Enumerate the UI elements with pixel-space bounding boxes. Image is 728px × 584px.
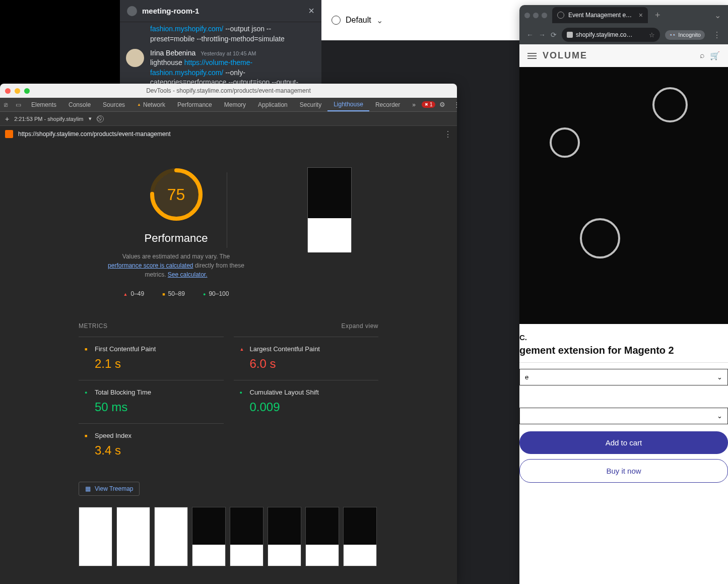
theme-dropdown[interactable]: Default [346,16,371,25]
chevron-down-icon: ⌄ [376,16,383,25]
traffic-lights[interactable] [524,13,547,18]
chrome-toolbar: ← → ⟳ shopify.staylime.co… ☆ 👓 Incognito… [519,25,728,44]
chat-text-frag: lighthouse [150,58,184,67]
timestamp: Yesterday at 10:45 AM [201,50,256,56]
incognito-label: Incognito [678,32,701,38]
add-report-icon[interactable]: + [5,115,9,123]
filmstrip-frame[interactable] [192,507,226,566]
forward-icon[interactable]: → [539,31,546,39]
report-url-bar: https://shopify.staylime.com/products/ev… [0,126,457,142]
filmstrip-frame[interactable] [305,507,339,566]
metric-fcp[interactable]: First Contentful Paint 2.1 s [79,337,224,380]
page-icon [557,12,564,19]
chat-header: meeting-room-1 × [120,0,321,22]
globe-icon [332,16,341,25]
error-badge[interactable]: 1 [422,101,436,108]
chat-message: fashion.myshopify.com/ --output json --p… [150,24,312,44]
site-logo[interactable]: VOLUME [543,50,587,61]
filmstrip [79,507,457,566]
performance-gauge[interactable]: 75 [149,167,204,222]
filmstrip-frame[interactable] [268,507,301,566]
metric-lcp[interactable]: Largest Contentful Paint 6.0 s [234,337,379,380]
tab-network[interactable]: Network [131,98,171,111]
score-calc-link[interactable]: performance score is calculated [108,262,193,269]
bookmark-icon[interactable]: ☆ [649,31,655,39]
chat-room-name[interactable]: meeting-room-1 [142,7,199,15]
expand-view-toggle[interactable]: Expand view [341,322,378,330]
close-dot[interactable] [524,13,530,18]
clear-icon[interactable]: ⃠ [97,115,104,122]
max-dot[interactable] [542,13,547,18]
lighthouse-icon [5,130,13,138]
product-vendor: C. [519,333,728,342]
reload-icon[interactable]: ⟳ [551,31,557,39]
page-preview-thumbnail[interactable] [307,167,352,252]
legend-fail: 0–49 [123,290,145,297]
tab-performance[interactable]: Performance [171,98,218,111]
filmstrip-frame[interactable] [116,507,150,566]
tab-lighthouse[interactable]: Lighthouse [327,98,369,111]
disclaimer: Values are estimated and may vary. The p… [106,252,247,279]
chat-link[interactable]: fashion.myshopify.com/ [150,25,223,33]
add-to-cart-button[interactable]: Add to cart [519,431,728,454]
edition-select[interactable]: e ⌄ [519,369,728,385]
tab-elements[interactable]: Elements [25,98,62,111]
avatar[interactable] [126,49,144,67]
tab-recorder[interactable]: Recorder [369,98,406,111]
subscription-select[interactable]: ⌄ [519,408,728,424]
lighthouse-subbar: + 2:21:53 PM - shopify.staylim ▾ ⃠ [0,112,457,126]
speech-bubble-icon [127,6,137,16]
metric-cls[interactable]: Cumulative Layout Shift 0.009 [234,380,379,423]
tab-security[interactable]: Security [294,98,327,111]
chat-panel: meeting-room-1 × fashion.myshopify.com/ … [120,0,321,85]
performance-label: Performance [145,232,208,245]
metrics-heading: METRICS [79,322,108,330]
min-dot[interactable] [533,13,539,18]
chrome-window: Event Management extensio… × + ⌄ ← → ⟳ s… [519,5,728,584]
message-header: Irina Bebenina Yesterday at 10:45 AM [150,49,312,57]
tab-console[interactable]: Console [62,98,97,111]
chevron-down-icon[interactable]: ▾ [89,115,92,122]
report-url: https://shopify.staylime.com/products/ev… [18,131,439,138]
new-tab-button[interactable]: + [655,10,660,21]
lock-icon[interactable] [567,32,573,38]
calculator-link[interactable]: See calculator. [168,271,208,278]
report-menu-icon[interactable]: ⋮ [444,129,452,139]
close-tab-icon[interactable]: × [639,11,643,19]
metric-tbt[interactable]: Total Blocking Time 50 ms [79,380,224,423]
tab-memory[interactable]: Memory [218,98,252,111]
report-timestamp[interactable]: 2:21:53 PM - shopify.staylim [14,116,83,122]
incognito-badge[interactable]: 👓 Incognito [665,30,705,40]
url-bar[interactable]: shopify.staylime.co… ☆ [562,28,660,42]
buy-now-button[interactable]: Buy it now [519,459,728,483]
cart-icon[interactable]: 🛒 [710,51,720,60]
inspect-icon[interactable]: ⎚ [0,98,12,111]
filmstrip-frame[interactable] [79,507,112,566]
product-title: gement extension for Magento 2 [519,345,728,356]
metric-si[interactable]: Speed Index 3.4 s [79,423,224,467]
filmstrip-frame[interactable] [343,507,377,566]
filmstrip-frame[interactable] [230,507,263,566]
legend-avg: 50–89 [162,290,185,297]
view-treemap-button[interactable]: View Treemap [79,482,140,496]
menu-icon[interactable] [527,53,537,59]
tab-application[interactable]: Application [252,98,294,111]
window-titlebar[interactable]: DevTools - shopify.staylime.com/products… [0,84,457,98]
device-icon[interactable]: ▭ [12,98,25,111]
kebab-icon[interactable]: ⋮ [449,101,457,108]
devtools-tabs: ⎚ ▭ Elements Console Sources Network Per… [0,98,457,112]
close-icon[interactable]: × [308,5,314,17]
tab-overflow-icon[interactable]: ⌄ [712,10,723,21]
back-icon[interactable]: ← [526,31,534,39]
more-tabs-icon[interactable]: » [406,98,422,111]
author-name[interactable]: Irina Bebenina [150,49,195,57]
browser-menu-icon[interactable]: ⋮ [713,30,721,40]
search-icon[interactable]: ⌕ [700,51,705,60]
performance-score: 75 [149,167,204,222]
chevron-down-icon: ⌄ [717,373,722,381]
tab-sources[interactable]: Sources [97,98,131,111]
gear-icon[interactable]: ⚙ [435,101,449,108]
product-hero-image [519,67,728,324]
browser-tab[interactable]: Event Management extensio… × [552,7,648,23]
filmstrip-frame[interactable] [154,507,188,566]
